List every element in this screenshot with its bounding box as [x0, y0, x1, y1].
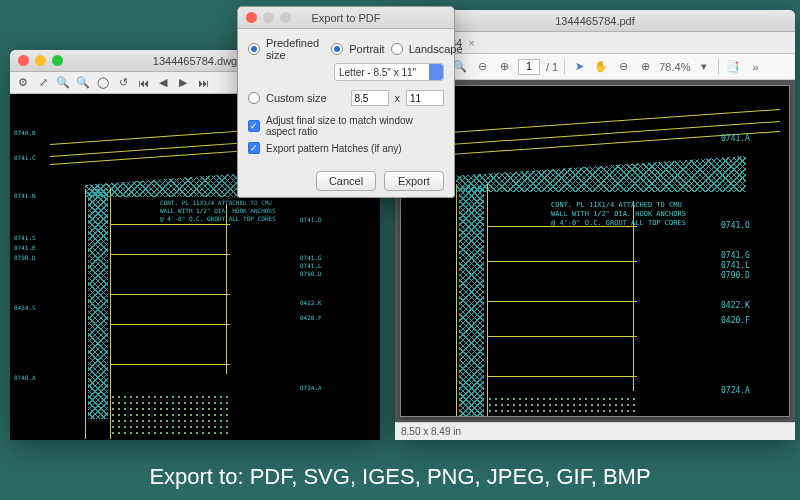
rotate-icon[interactable]: ↺	[114, 75, 132, 91]
drawing-label: 0420.F	[721, 316, 750, 325]
drawing-label: 0422.K	[300, 299, 322, 306]
portrait-label: Portrait	[349, 43, 384, 55]
traffic-lights[interactable]	[246, 12, 291, 23]
drawing-label: 0724.A	[721, 386, 750, 395]
minimize-icon[interactable]	[35, 55, 46, 66]
portrait-radio[interactable]	[331, 43, 343, 55]
zoom-in-icon[interactable]: 🔍	[54, 75, 72, 91]
zoom-out-icon[interactable]: 🔍	[74, 75, 92, 91]
more-icon[interactable]: »	[747, 59, 763, 75]
next-icon[interactable]: ▶	[174, 75, 192, 91]
gear-icon[interactable]: ⚙	[14, 75, 32, 91]
zoom-icon	[280, 12, 291, 23]
zoom-out-icon[interactable]: ⊖	[615, 59, 631, 75]
drawing-label: 0420.F	[300, 314, 322, 321]
pdf-viewer-window: 1344465784.pdf 1344465784 × ☰ ✉ 🔍 ⊖ ⊕ / …	[395, 10, 795, 440]
close-icon[interactable]	[18, 55, 29, 66]
height-input[interactable]	[406, 90, 444, 106]
cancel-button[interactable]: Cancel	[316, 171, 376, 191]
custom-size-radio[interactable]	[248, 92, 260, 104]
export-hatches-checkbox[interactable]	[248, 142, 260, 154]
drawing-label: 0741.O	[300, 216, 322, 223]
prev-page-icon[interactable]: ⊖	[474, 59, 490, 75]
bookmark-icon[interactable]: 📑	[725, 59, 741, 75]
x-label: x	[395, 92, 401, 104]
zoom-level[interactable]: 78.4%	[659, 61, 690, 73]
zoom-in-icon[interactable]: ⊕	[637, 59, 653, 75]
dialog-title: Export to PDF	[311, 12, 380, 24]
fit-icon[interactable]: ⤢	[34, 75, 52, 91]
paper-size-select[interactable]: Letter - 8.5" x 11"	[334, 63, 444, 81]
drawing-label: 0741.E	[14, 244, 36, 251]
zoom-icon[interactable]	[52, 55, 63, 66]
export-button[interactable]: Export	[384, 171, 444, 191]
last-icon[interactable]: ⏭	[194, 75, 212, 91]
drawing-label: 0422.K	[721, 301, 750, 310]
drawing-label: 0741.O	[721, 221, 750, 230]
status-bar: 8.50 x 8.49 in	[395, 422, 795, 440]
drawing-note: CONT. PL 11X1/4 ATTACHED TO CMU WALL WIT…	[160, 199, 276, 222]
titlebar[interactable]: 1344465784.pdf	[395, 10, 795, 32]
window-title: 1344465784.dwg	[153, 55, 237, 67]
adjust-aspect-checkbox[interactable]	[248, 120, 260, 132]
drawing-label: 0741.G	[721, 251, 750, 260]
drawing-label: 0741.S	[14, 234, 36, 241]
drawing-note: CONT. PL 11X1/4 ATTACHED TO CMU WALL WIT…	[551, 201, 686, 228]
first-icon[interactable]: ⏮	[134, 75, 152, 91]
pdf-toolbar: ☰ ✉ 🔍 ⊖ ⊕ / 1 ➤ ✋ ⊖ ⊕ 78.4% ▾ 📑 »	[395, 54, 795, 80]
minimize-icon	[263, 12, 274, 23]
dialog-titlebar[interactable]: Export to PDF	[238, 7, 454, 29]
predefined-size-label: Predefined size	[266, 37, 319, 61]
export-pdf-dialog: Export to PDF Predefined size Portrait L…	[237, 6, 455, 198]
next-page-icon[interactable]: ⊕	[496, 59, 512, 75]
drawing-label: 0798.D	[14, 254, 36, 261]
drawing-label: 0424.S	[14, 304, 36, 311]
close-icon[interactable]	[246, 12, 257, 23]
drawing-label: 0790.D	[721, 271, 750, 280]
drawing-label: 0741.L	[300, 262, 322, 269]
drawing-label: 0741.G	[300, 254, 322, 261]
drawing-label: 0724.A	[300, 384, 322, 391]
prev-icon[interactable]: ◀	[154, 75, 172, 91]
drawing-label: 0741.N	[14, 192, 36, 199]
custom-size-label: Custom size	[266, 92, 327, 104]
width-input[interactable]	[351, 90, 389, 106]
paper-size-value: Letter - 8.5" x 11"	[339, 67, 416, 78]
landscape-label: Landscape	[409, 43, 463, 55]
traffic-lights[interactable]	[18, 55, 63, 66]
adjust-aspect-label: Adjust final size to match window aspect…	[266, 115, 444, 137]
drawing-label: 0741.L	[721, 261, 750, 270]
drawing-label: 0741.C	[14, 154, 36, 161]
chevron-down-icon[interactable]: ▾	[696, 59, 712, 75]
page-total: / 1	[546, 61, 558, 73]
tab-close-icon[interactable]: ×	[468, 37, 474, 49]
drawing-label: 0740.A	[14, 374, 36, 381]
hand-icon[interactable]: ✋	[593, 59, 609, 75]
pointer-icon[interactable]: ➤	[571, 59, 587, 75]
caption: Export to: PDF, SVG, IGES, PNG, JPEG, GI…	[0, 464, 800, 490]
page-size: 8.50 x 8.49 in	[401, 426, 461, 437]
pdf-view[interactable]: CONT. PL 11X1/4 ATTACHED TO CMU WALL WIT…	[395, 80, 795, 422]
predefined-size-radio[interactable]	[248, 43, 260, 55]
drawing-label: 0790.D	[300, 270, 322, 277]
pdf-page: CONT. PL 11X1/4 ATTACHED TO CMU WALL WIT…	[401, 86, 789, 416]
window-title: 1344465784.pdf	[555, 15, 635, 27]
drawing-label: 0741.A	[721, 134, 750, 143]
drawing-label: 0740.B	[14, 129, 36, 136]
pan-icon[interactable]: ◯	[94, 75, 112, 91]
page-input[interactable]	[518, 59, 540, 75]
export-hatches-label: Export pattern Hatches (if any)	[266, 143, 402, 154]
landscape-radio[interactable]	[391, 43, 403, 55]
